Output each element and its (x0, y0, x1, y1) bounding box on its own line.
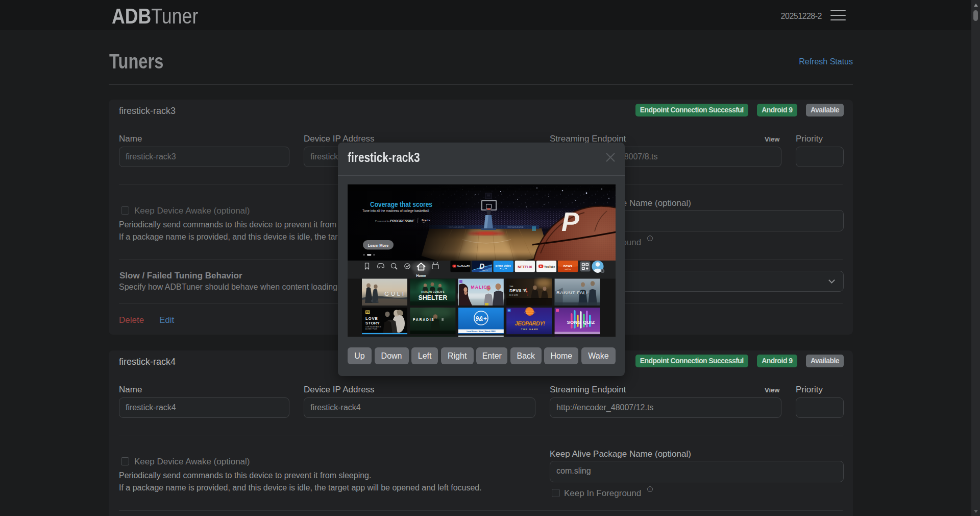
svg-text:A LONELY PLACE: A LONELY PLACE (365, 328, 377, 330)
svg-text:P: P (561, 207, 579, 237)
svg-text:PROGRESSIVE: PROGRESSIVE (507, 226, 524, 228)
svg-text:news: news (564, 264, 573, 268)
svg-text:fire tv: fire tv (422, 218, 430, 222)
svg-text:D: D (479, 262, 484, 270)
svg-text:FX: FX (366, 311, 370, 314)
svg-text:NETFLIX: NETFLIX (518, 265, 532, 269)
svg-text:Learn More: Learn More (368, 243, 388, 248)
svg-text:RABBIT FALL: RABBIT FALL (556, 290, 589, 295)
svg-text:DEVIL'S: DEVIL'S (509, 288, 527, 293)
svg-text:watch free: watch free (565, 268, 572, 270)
svg-text:THE GAME: THE GAME (521, 328, 538, 331)
svg-text:JEOPARDY!: JEOPARDY! (515, 320, 546, 326)
svg-text:GULF: GULF (384, 291, 407, 297)
svg-text:THE: THE (509, 286, 513, 288)
svg-text:SONG QUIZ: SONG QUIZ (567, 320, 595, 325)
svg-text:YouTube: YouTube (544, 265, 555, 268)
svg-text:Tune into all the madness of c: Tune into all the madness of college bas… (362, 208, 429, 213)
svg-text:Coverage that scores: Coverage that scores (370, 200, 432, 209)
svg-text:LOVE: LOVE (365, 316, 378, 321)
svg-text:HOUR: HOUR (509, 294, 519, 296)
svg-text:Home: Home (416, 274, 426, 277)
svg-text:HARLAN COBEN'S: HARLAN COBEN'S (421, 291, 445, 293)
svg-text:PARADIS: PARADIS (413, 318, 435, 321)
svg-text:PROGRESSIVE: PROGRESSIVE (390, 219, 415, 223)
svg-text:prime video: prime video (496, 264, 511, 267)
svg-text:MALICE: MALICE (471, 285, 491, 290)
svg-text:9&+: 9&+ (475, 315, 486, 322)
svg-text:DIRECTV: DIRECTV (482, 270, 488, 272)
svg-text:E: E (442, 318, 444, 321)
svg-text:tv: tv (508, 310, 510, 312)
svg-text:YouTubeTV: YouTubeTV (457, 265, 471, 268)
svg-text:Local News + More | Watch FR: Local News + More | Watch FREE (467, 331, 496, 333)
svg-text:Presented by: Presented by (375, 220, 390, 222)
svg-text:STORY: STORY (365, 321, 380, 325)
svg-text:SHELTER: SHELTER (419, 294, 448, 301)
